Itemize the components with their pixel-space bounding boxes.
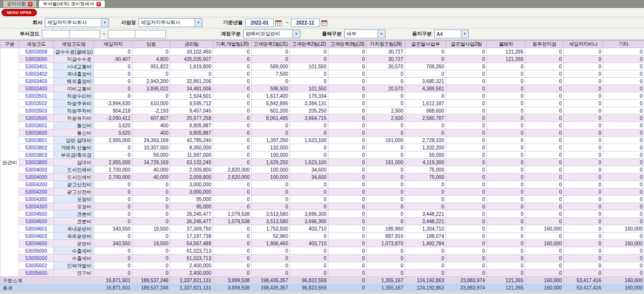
chevron-down-icon[interactable]: ▼ (101, 19, 108, 27)
table-row[interactable]: 53003502차량주유비-3,994,630610,0009,595,7120… (0, 100, 644, 107)
value-cell: 0 (603, 63, 644, 70)
value-cell: 0 (487, 174, 525, 181)
table-row[interactable]: 53004601국내운반비343,55019,50037,369,75001,7… (0, 225, 644, 233)
account-name-cell: 일반 접대비 (54, 137, 94, 144)
column-header[interactable]: 기타 (603, 41, 644, 48)
value-cell: 0 (525, 100, 564, 107)
calendar-icon[interactable] (275, 20, 282, 26)
value-cell: 34,729,169 (132, 159, 170, 166)
table-row[interactable]: 53003403해외출장비02,943,20032,861,206000003,… (0, 78, 644, 85)
table-row[interactable]: 53003400여비교통비03,895,02234,481,0060596,50… (0, 85, 644, 92)
table-row[interactable]: 53003401시내교통비0951,8221,619,8000589,00010… (0, 63, 644, 70)
table-row[interactable]: 53004600운반비343,55019,50054,567,48801,806… (0, 240, 644, 247)
dept-code-to-name-input[interactable] (135, 30, 166, 38)
column-header[interactable]: 구분 (0, 41, 19, 48)
table-row[interactable]: 53003600통신비3,6204009,805,88700000000000 (0, 129, 644, 137)
column-header[interactable]: 제일저지 (94, 41, 132, 48)
account-type-select[interactable]: 판매비와일반비 ▼ (243, 29, 300, 38)
table-row[interactable]: 53003402국내출장비00007,500000000000 (0, 70, 644, 78)
table-row[interactable]: 53004000도서인쇄비2,700,00040,0002,009,8002,8… (0, 174, 644, 181)
dept-code-to-input[interactable] (108, 30, 135, 38)
dept-code-from-name-input[interactable] (69, 30, 100, 38)
close-tab-icon[interactable]: × (97, 2, 101, 6)
value-cell: 0 (446, 122, 487, 129)
tab-notice[interactable]: 공지사항 × (2, 0, 37, 7)
chevron-down-icon[interactable]: ▼ (378, 30, 385, 38)
table-row[interactable]: 53004000도서인쇄비2,700,00040,0002,009,8002,8… (0, 166, 644, 174)
value-cell: 37,369,750 (170, 225, 213, 233)
dept-code-from-input[interactable] (42, 30, 69, 38)
table-row[interactable]: 53004500견본비0026,245,4771,079,5383,513,58… (0, 210, 644, 218)
value-cell: 0 (328, 137, 367, 144)
table-row[interactable]: 53003000지급수수료-90,4074,800435,035,6070000… (0, 56, 644, 63)
value-cell: 0 (446, 137, 487, 144)
table-row[interactable]: 53003802거래처 선물비010,307,0008,350,0000132,… (0, 144, 644, 151)
value-cell: 0 (213, 137, 252, 144)
table-row[interactable]: 판관비53003008급수수료(클레임)0033,102,450000030,7… (0, 48, 644, 56)
period-to-input[interactable] (291, 19, 320, 27)
column-header[interactable]: 고객만족1팀(J1) (252, 41, 290, 48)
account-name-cell: 수출제비 (54, 255, 94, 262)
period-from-input[interactable] (245, 19, 274, 27)
total-row[interactable]: 총계16,871,601189,537,2461,337,821,1313,89… (0, 284, 644, 292)
table-row[interactable]: 53003800접대비2,955,00034,729,16963,132,240… (0, 159, 644, 166)
table-row[interactable]: 53004500견본비0026,245,4771,079,5383,513,58… (0, 218, 644, 225)
menu-open-button[interactable]: MENU OPEN (1, 9, 37, 16)
chevron-down-icon[interactable]: ▼ (461, 30, 468, 38)
close-tab-icon[interactable]: × (28, 2, 32, 6)
table-row[interactable]: 53003803부의금/축의금059,00011,997,0000100,000… (0, 151, 644, 159)
value-cell: 0 (564, 48, 603, 56)
table-row[interactable]: 53003501차량수리비001,924,50101,617,400175,33… (0, 92, 644, 100)
table-row[interactable]: 53003601통신비3,6204009,805,88700000000000 (0, 122, 644, 129)
account-name-cell: 연구비 (54, 269, 94, 277)
calendar-icon[interactable] (321, 20, 327, 26)
column-header[interactable]: 동두천지점 (525, 41, 564, 48)
value-cell: 160,000 (525, 225, 564, 233)
table-row[interactable]: 53005600연구비002,400,00000000000000 (0, 269, 644, 277)
value-cell: 20,570 (367, 85, 405, 92)
column-header[interactable]: 계정코드명 (54, 41, 94, 48)
table-row[interactable]: 53003503차량주차비904,218-2,1939,457,0450601,… (0, 107, 644, 115)
chevron-down-icon[interactable]: ▼ (292, 30, 300, 38)
table-row[interactable]: 53005000수출제비0061,023,71300000000000 (0, 255, 644, 262)
value-cell: 0 (487, 151, 525, 159)
table-row[interactable]: 53003801일반 접대비2,955,00024,363,16942,785,… (0, 137, 644, 144)
site-select[interactable]: 제일저지주식회사 ▼ (138, 18, 202, 27)
column-header[interactable]: 가치창조팀(J9) (367, 41, 405, 48)
column-header[interactable]: 기획.개발팀(J0) (213, 41, 252, 48)
tab-expense-report[interactable]: 부서별(세목) 경비명세서 × (38, 0, 105, 7)
output-type-select[interactable]: 세부 ▼ (344, 29, 386, 38)
column-header[interactable]: 플레차 (487, 41, 525, 48)
value-cell: 0 (367, 144, 405, 151)
table-row[interactable]: 53005602인력개발비002,400,00000000000000 (0, 262, 644, 269)
table-row[interactable]: 53003500차량유지비-3,090,412607,80720,977,258… (0, 115, 644, 122)
column-header[interactable]: 제일저지비나 (564, 41, 603, 48)
paper-type-select[interactable]: A4 ▼ (434, 29, 469, 38)
value-cell: 0 (446, 233, 487, 240)
column-header[interactable]: 고객만족2팀(J2) (290, 41, 328, 48)
table-row[interactable]: 53005000수출제비0061,023,71300000000000 (0, 247, 644, 255)
table-row[interactable]: 53004300포장비0095,00000000000000 (0, 203, 644, 210)
value-cell: 0 (603, 85, 644, 92)
value-cell: 0 (132, 255, 170, 262)
value-cell: 0 (213, 188, 252, 196)
table-row[interactable]: 53004300포장비0095,00000000000000 (0, 196, 644, 203)
table-row[interactable]: 53004602국외운반비0017,197,738052,96000887,91… (0, 233, 644, 240)
chevron-down-icon[interactable]: ▼ (194, 19, 202, 27)
table-row[interactable]: 53004200광고선전비003,000,00000000000000 (0, 188, 644, 196)
value-cell: 0 (603, 174, 644, 181)
column-header[interactable]: 고객만족3팀(J3) (328, 41, 367, 48)
value-cell: 19,500 (132, 225, 170, 233)
column-header[interactable]: 글로벌사업부 (405, 41, 446, 48)
column-header[interactable]: 글로벌사업2팀 (446, 41, 487, 48)
value-cell: 1,073,870 (367, 240, 405, 247)
value-cell: 0 (132, 210, 170, 218)
subtotal-row[interactable]: 구분소계16,871,601189,537,2461,337,821,1313,… (0, 277, 644, 284)
value-cell: 0 (487, 196, 525, 203)
column-header[interactable]: 임원 (132, 41, 170, 48)
table-row[interactable]: 53004200광고선전비003,000,00000000000000 (0, 181, 644, 188)
column-header[interactable]: 관리팀 (170, 41, 213, 48)
column-header[interactable]: 계정코드 (19, 41, 54, 48)
value-cell: 0 (487, 78, 525, 85)
company-select[interactable]: 제일저지주식회사 ▼ (45, 18, 109, 27)
